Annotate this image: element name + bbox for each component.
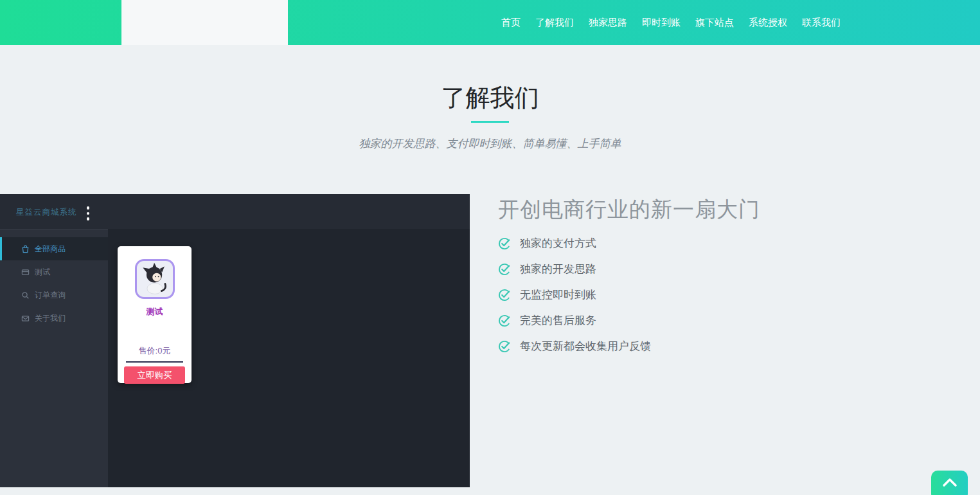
title-divider <box>471 121 509 123</box>
feature-item: 每次更新都会收集用户反馈 <box>498 333 896 359</box>
check-circle-icon <box>498 339 512 353</box>
sidebar-item-label: 关于我们 <box>35 313 66 324</box>
card-icon <box>21 268 30 276</box>
feature-item: 完美的售后服务 <box>498 307 896 333</box>
check-circle-icon <box>498 314 512 327</box>
nav-item-ideas[interactable]: 独家思路 <box>589 17 627 29</box>
sidebar-item-test[interactable]: 测试 <box>0 260 108 284</box>
sidebar-item-order-query[interactable]: 订单查询 <box>0 284 108 307</box>
buy-now-button[interactable]: 立即购买 <box>124 366 185 384</box>
nav-item-instant-pay[interactable]: 即时到账 <box>642 17 681 29</box>
feature-label: 完美的售后服务 <box>520 313 596 328</box>
check-circle-icon <box>498 288 512 302</box>
sidebar-item-label: 全部商品 <box>35 244 66 255</box>
mail-icon <box>21 314 30 323</box>
feature-column: 开创电商行业的新一扇大门 独家的支付方式 独家的开发思路 无监控即时到账 <box>498 196 896 359</box>
shop-preview-embed: 星益云商城系统 全部商品 测试 订单查询 <box>0 194 470 487</box>
nav-item-sites[interactable]: 旗下站点 <box>695 17 734 29</box>
page-subtitle: 独家的开发思路、支付即时到账、简单易懂、上手简单 <box>0 136 980 151</box>
sidebar-item-about-us[interactable]: 关于我们 <box>0 307 108 330</box>
vertical-dots-menu-icon[interactable] <box>84 206 92 221</box>
check-circle-icon <box>498 262 512 276</box>
price-divider <box>126 361 183 363</box>
scroll-to-top-button[interactable] <box>931 471 968 495</box>
feature-list: 独家的支付方式 独家的开发思路 无监控即时到账 完美的售后服务 <box>498 230 896 359</box>
site-header: 首页 了解我们 独家思路 即时到账 旗下站点 系统授权 联系我们 <box>0 0 980 45</box>
shop-brand-title: 星益云商城系统 <box>16 207 77 218</box>
product-title: 测试 <box>118 306 192 318</box>
logo-image-placeholder[interactable] <box>121 0 288 45</box>
sidebar-item-all-goods[interactable]: 全部商品 <box>0 237 108 260</box>
product-price: 售价:0元 <box>118 345 192 357</box>
feature-heading: 开创电商行业的新一扇大门 <box>498 196 896 223</box>
feature-label: 独家的支付方式 <box>520 236 596 251</box>
search-icon <box>21 291 30 300</box>
product-image <box>135 259 175 299</box>
page-title: 了解我们 <box>0 82 980 114</box>
check-circle-icon <box>498 237 512 250</box>
shop-content-area: 测试 售价:0元 立即购买 <box>108 229 470 487</box>
product-card[interactable]: 测试 售价:0元 立即购买 <box>118 246 192 383</box>
goods-icon <box>21 245 30 253</box>
sidebar-item-label: 测试 <box>35 267 50 278</box>
chevron-up-icon <box>943 478 957 487</box>
nav-item-about[interactable]: 了解我们 <box>535 17 574 29</box>
feature-label: 独家的开发思路 <box>520 262 596 276</box>
feature-item: 无监控即时到账 <box>498 282 896 307</box>
feature-label: 每次更新都会收集用户反馈 <box>520 339 651 354</box>
shop-topbar: 星益云商城系统 <box>0 194 470 229</box>
feature-label: 无监控即时到账 <box>520 287 596 302</box>
main-nav: 首页 了解我们 独家思路 即时到账 旗下站点 系统授权 联系我们 <box>501 0 841 45</box>
feature-item: 独家的开发思路 <box>498 256 896 282</box>
nav-item-contact[interactable]: 联系我们 <box>802 17 841 29</box>
nav-item-license[interactable]: 系统授权 <box>749 17 787 29</box>
nav-item-home[interactable]: 首页 <box>501 17 521 29</box>
sidebar-item-label: 订单查询 <box>35 290 66 301</box>
shop-sidebar: 全部商品 测试 订单查询 关于我们 <box>0 229 108 487</box>
feature-item: 独家的支付方式 <box>498 230 896 256</box>
